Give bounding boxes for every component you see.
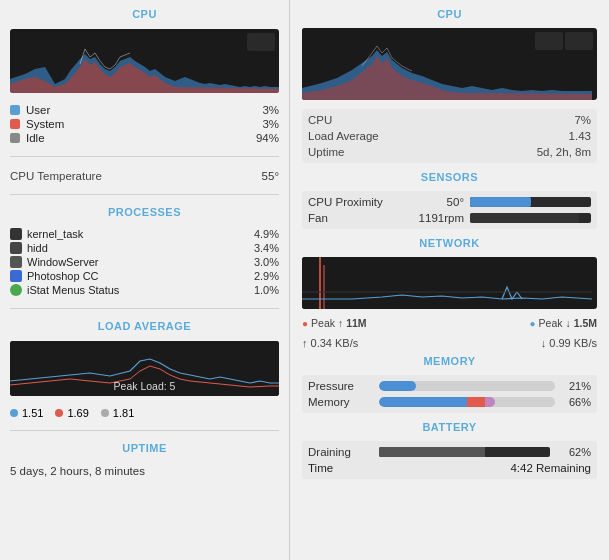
cpu-prox-bar-fill bbox=[470, 197, 531, 207]
fan-row: Fan 1191rpm bbox=[308, 210, 591, 226]
load-val-1-text: 1.51 bbox=[22, 407, 43, 419]
user-value: 3% bbox=[262, 104, 279, 116]
load-avg-title: LOAD AVERAGE bbox=[10, 320, 279, 332]
memory-bar-bg bbox=[379, 397, 555, 407]
battery-box: Draining 62% Time 4:42 Remaining bbox=[302, 441, 597, 479]
net-peak-down-label: Peak ↓ bbox=[539, 317, 571, 329]
kernel-value: 4.9% bbox=[254, 228, 279, 240]
pressure-bar-bg bbox=[379, 381, 555, 391]
istat-icon bbox=[10, 284, 22, 296]
photoshop-name: Photoshop CC bbox=[27, 270, 254, 282]
pressure-bar-fill bbox=[379, 381, 416, 391]
user-color bbox=[10, 105, 20, 115]
net-peak-up-value: 11M bbox=[346, 317, 366, 329]
net-peak-down-value: 1.5M bbox=[574, 317, 597, 329]
draining-row: Draining 62% bbox=[308, 444, 591, 460]
cpu-legend: User 3% System 3% Idle 94% bbox=[10, 103, 279, 145]
uptime-value-left: 5 days, 2 hours, 8 minutes bbox=[10, 463, 279, 479]
load-dot-2 bbox=[55, 409, 63, 417]
idle-label: Idle bbox=[26, 132, 256, 144]
cpu-prox-bar-bg bbox=[470, 197, 591, 207]
net-down-speed: 0.99 KB/s bbox=[549, 337, 597, 349]
hidd-icon bbox=[10, 242, 22, 254]
cpu-graph-left bbox=[10, 29, 279, 93]
cpu-temp-value: 55° bbox=[262, 170, 279, 182]
load-avg-value: 1.43 bbox=[569, 130, 591, 142]
memory-row: Memory 66% bbox=[308, 394, 591, 410]
load-val-2-text: 1.69 bbox=[67, 407, 88, 419]
cpu-prox-row: CPU Proximity 50° bbox=[308, 194, 591, 210]
time-value: 4:42 Remaining bbox=[510, 462, 591, 474]
draining-bar-bg bbox=[379, 447, 550, 457]
cpu-pct-label: CPU bbox=[308, 114, 332, 126]
load-val-2: 1.69 bbox=[55, 407, 88, 419]
uptime-value-right: 5d, 2h, 8m bbox=[537, 146, 591, 158]
load-values: 1.51 1.69 1.81 bbox=[10, 407, 279, 419]
sensors-box: CPU Proximity 50° Fan 1191rpm bbox=[302, 191, 597, 229]
cpu-prox-label: CPU Proximity bbox=[308, 196, 403, 208]
net-speed-row: ↑ 0.34 KB/s ↓ 0.99 KB/s bbox=[302, 336, 597, 350]
process-hidd: hidd 3.4% bbox=[10, 241, 279, 255]
processes-title: PROCESSES bbox=[10, 206, 279, 218]
load-avg-row: Load Average 1.43 bbox=[308, 128, 591, 144]
sensors-title: SENSORS bbox=[302, 171, 597, 183]
memory-bar-blue bbox=[379, 397, 467, 407]
net-up-speed: 0.34 KB/s bbox=[311, 337, 359, 349]
load-val-3-text: 1.81 bbox=[113, 407, 134, 419]
draining-bar-fill bbox=[379, 447, 485, 457]
fan-bar-fill bbox=[470, 213, 579, 223]
network-title: NETWORK bbox=[302, 237, 597, 249]
process-windowserver: WindowServer 3.0% bbox=[10, 255, 279, 269]
cpu-prox-value: 50° bbox=[409, 196, 464, 208]
battery-time-row: Time 4:42 Remaining bbox=[308, 460, 591, 476]
cpu-pct-value: 7% bbox=[574, 114, 591, 126]
memory-label: Memory bbox=[308, 396, 373, 408]
left-panel: CPU User 3% System 3% Idle 94% bbox=[0, 0, 290, 560]
system-color bbox=[10, 119, 20, 129]
pressure-value: 21% bbox=[561, 380, 591, 392]
load-dot-3 bbox=[101, 409, 109, 417]
memory-title: MEMORY bbox=[302, 355, 597, 367]
cpu-temp-label: CPU Temperature bbox=[10, 170, 102, 182]
cpu-title-left: CPU bbox=[10, 8, 279, 20]
system-value: 3% bbox=[262, 118, 279, 130]
istat-name: iStat Menus Status bbox=[27, 284, 254, 296]
fan-value: 1191rpm bbox=[409, 212, 464, 224]
cpu-title-right: CPU bbox=[302, 8, 597, 20]
right-panel: CPU CPU 7% Load Average 1.43 Uptime 5d, … bbox=[290, 0, 609, 560]
load-avg-label: Load Average bbox=[308, 130, 379, 142]
pressure-label: Pressure bbox=[308, 380, 373, 392]
memory-bar-purple bbox=[485, 397, 496, 407]
process-list: kernel_task 4.9% hidd 3.4% WindowServer … bbox=[10, 227, 279, 297]
windowserver-value: 3.0% bbox=[254, 256, 279, 268]
load-val-1: 1.51 bbox=[10, 407, 43, 419]
kernel-icon bbox=[10, 228, 22, 240]
load-val-3: 1.81 bbox=[101, 407, 134, 419]
system-label: System bbox=[26, 118, 262, 130]
process-kernel: kernel_task 4.9% bbox=[10, 227, 279, 241]
fan-label: Fan bbox=[308, 212, 403, 224]
cpu-pct-row: CPU 7% bbox=[308, 112, 591, 128]
process-photoshop: Photoshop CC 2.9% bbox=[10, 269, 279, 283]
uptime-row: Uptime 5d, 2h, 8m bbox=[308, 144, 591, 160]
hidd-name: hidd bbox=[27, 242, 254, 254]
legend-idle: Idle 94% bbox=[10, 131, 279, 145]
battery-title: BATTERY bbox=[302, 421, 597, 433]
pressure-row: Pressure 21% bbox=[308, 378, 591, 394]
load-peak-label: Peak Load: 5 bbox=[114, 380, 176, 392]
load-graph: Peak Load: 5 bbox=[10, 341, 279, 396]
legend-system: System 3% bbox=[10, 117, 279, 131]
draining-value: 62% bbox=[556, 446, 591, 458]
uptime-title-left: UPTIME bbox=[10, 442, 279, 454]
memory-value: 66% bbox=[561, 396, 591, 408]
cpu-temp-row: CPU Temperature 55° bbox=[10, 168, 279, 183]
hidd-value: 3.4% bbox=[254, 242, 279, 254]
network-graph bbox=[302, 257, 597, 309]
memory-box: Pressure 21% Memory 66% bbox=[302, 375, 597, 413]
cpu-metrics-box: CPU 7% Load Average 1.43 Uptime 5d, 2h, … bbox=[302, 109, 597, 163]
memory-bar-red bbox=[467, 397, 485, 407]
user-label: User bbox=[26, 104, 262, 116]
process-istat: iStat Menus Status 1.0% bbox=[10, 283, 279, 297]
load-dot-1 bbox=[10, 409, 18, 417]
istat-value: 1.0% bbox=[254, 284, 279, 296]
